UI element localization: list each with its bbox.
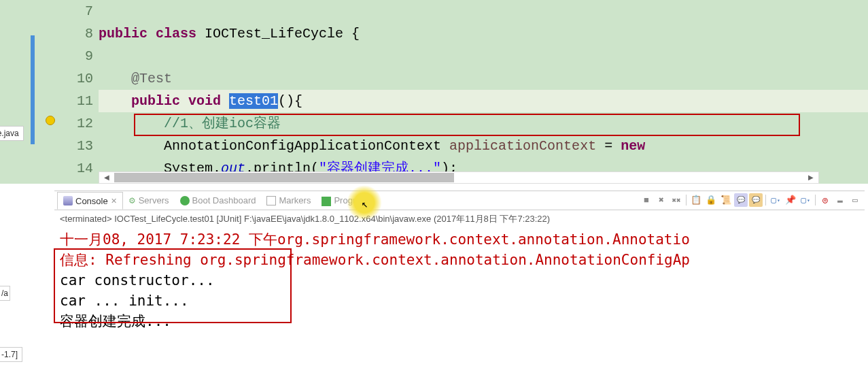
tab-label: Console [75, 196, 108, 206]
show-error-button[interactable]: 💬 [749, 193, 763, 207]
file-tab-side[interactable]: /a [0, 286, 10, 301]
tab-progress[interactable]: Progress [316, 192, 375, 210]
tab-label: Markers [279, 195, 311, 205]
horizontal-scrollbar[interactable]: ◀ ▶ [99, 171, 819, 184]
tab-label: Boot Dashboard [192, 195, 256, 205]
code-line[interactable] [99, 0, 868, 22]
separator [686, 195, 687, 205]
line-number: 13 [61, 135, 93, 157]
code-line[interactable]: public class IOCTest_LifeCycle { [99, 22, 868, 45]
scroll-right-icon[interactable]: ▶ [805, 172, 817, 183]
line-number: 11 [61, 90, 93, 112]
console-line: 十一月08, 2017 7:23:22 下午org.springframewor… [60, 229, 859, 250]
console-status: <terminated> IOCTest_LifeCycle.test01 [J… [54, 210, 865, 228]
close-icon[interactable]: ✕ [111, 197, 117, 205]
scroll-thumb[interactable] [114, 173, 454, 182]
code-area[interactable]: public class IOCTest_LifeCycle { @Test p… [99, 0, 868, 184]
left-margin: cle.java [0, 0, 31, 184]
tab-console[interactable]: Console ✕ [57, 192, 123, 210]
remove-launch-button[interactable]: ✖ [655, 193, 668, 207]
tab-servers[interactable]: ⚙ Servers [123, 192, 175, 210]
separator [765, 195, 766, 205]
line-number: 8 [61, 22, 93, 45]
line-number: 12 [61, 112, 93, 135]
minimize-button[interactable]: ▬ [833, 193, 847, 207]
boot-icon [180, 196, 190, 205]
gutter-markers [31, 0, 61, 184]
console-line: 容器创建完成... [60, 311, 859, 331]
view-tabs: Console ✕ ⚙ Servers Boot Dashboard Marke… [54, 191, 865, 210]
line-number: 14 [61, 157, 93, 180]
selected-text[interactable]: test01 [229, 93, 278, 109]
anthropic-icon[interactable]: ◎ [818, 193, 832, 207]
line-number: 9 [61, 45, 93, 67]
servers-icon: ⚙ [128, 196, 136, 205]
clear-button[interactable]: 📋 [689, 193, 703, 207]
code-line-current[interactable]: public void test01(){ [99, 90, 868, 112]
tab-boot-dashboard[interactable]: Boot Dashboard [175, 192, 262, 210]
tab-label: Progress [334, 195, 369, 205]
line-number: 7 [61, 0, 93, 22]
change-bar [31, 35, 35, 144]
console-output[interactable]: 十一月08, 2017 7:23:22 下午org.springframewor… [54, 228, 865, 333]
code-line[interactable]: @Test [99, 67, 868, 90]
console-icon [63, 196, 73, 205]
terminate-button[interactable]: ■ [640, 193, 653, 207]
line-number: 10 [61, 67, 93, 90]
word-wrap-button[interactable]: 📜 [719, 193, 733, 207]
editor: 7 8 9 10 11 12 13 14 public class IOCTes… [31, 0, 868, 184]
maximize-button[interactable]: ▭ [848, 193, 862, 207]
line-numbers: 7 8 9 10 11 12 13 14 [61, 0, 99, 184]
code-line[interactable] [99, 45, 868, 67]
scroll-left-icon[interactable]: ◀ [101, 172, 113, 183]
editor-pane: cle.java 7 8 9 10 11 12 13 14 public cla… [0, 0, 868, 184]
display-selected-button[interactable]: ▢ [799, 193, 812, 207]
console-line: car ... init... [60, 291, 859, 311]
scroll-lock-button[interactable]: 🔒 [704, 193, 718, 207]
progress-icon [322, 197, 331, 206]
separator [815, 195, 816, 205]
open-console-button[interactable]: ▢ [769, 193, 782, 207]
show-output-button[interactable]: 💬 [734, 193, 748, 207]
console-line: car constructor... [60, 270, 859, 291]
pin-console-button[interactable]: 📌 [784, 193, 797, 207]
code-line[interactable]: AnnotationConfigApplicationContext appli… [99, 135, 868, 157]
console-line: 信息: Refreshing org.springframework.conte… [60, 250, 859, 270]
warning-icon[interactable] [46, 116, 55, 125]
tab-label: Servers [139, 195, 169, 205]
console-pane: Console ✕ ⚙ Servers Boot Dashboard Marke… [54, 191, 865, 374]
file-tab-bottom[interactable]: -1.7] [0, 347, 22, 362]
markers-icon [266, 196, 276, 205]
file-tab-left[interactable]: cle.java [0, 126, 24, 141]
console-toolbar: ■ ✖ ✖✖ 📋 🔒 📜 💬 💬 ▢ 📌 ▢ ◎ ▬ ▭ [640, 191, 862, 209]
tab-markers[interactable]: Markers [261, 192, 316, 210]
code-line[interactable]: //1、创建ioc容器 [99, 112, 868, 135]
remove-all-button[interactable]: ✖✖ [670, 193, 683, 207]
